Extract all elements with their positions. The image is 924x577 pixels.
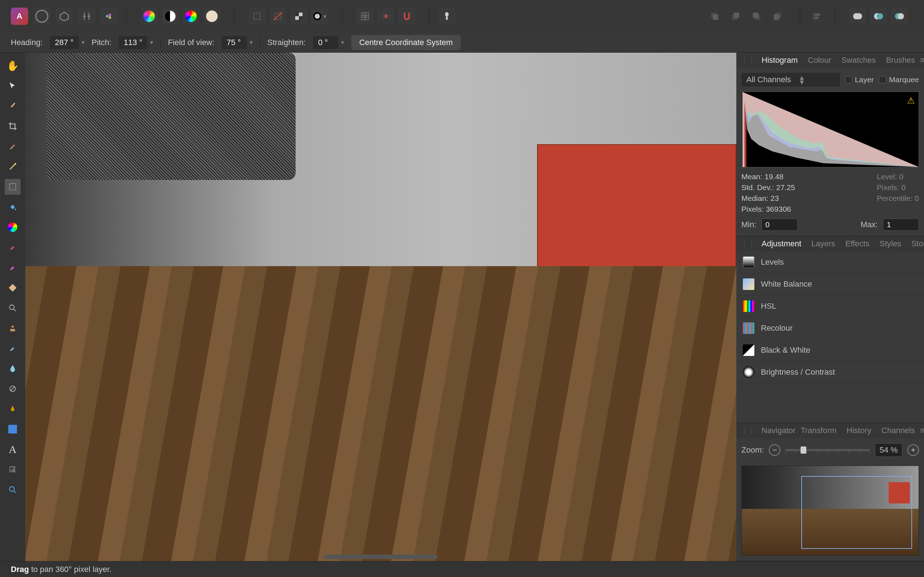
quickmask-icon[interactable]: ▾ — [311, 8, 328, 25]
pixel-grid-icon[interactable] — [377, 8, 394, 25]
horizontal-scrollbar[interactable] — [324, 554, 438, 559]
boolean-subtract-icon[interactable] — [870, 8, 887, 25]
persona-tonemap-icon[interactable] — [100, 8, 118, 25]
channel-select[interactable]: All Channels ▴▾ — [741, 73, 840, 87]
svg-point-31 — [15, 163, 16, 164]
straighten-dropdown[interactable]: 0 ° ▾ — [313, 36, 344, 49]
mesh-warp-icon[interactable] — [5, 462, 21, 477]
heading-dropdown[interactable]: 287 ° ▾ — [50, 36, 84, 49]
adjustment-icon-3[interactable] — [182, 8, 200, 25]
arrange-back-icon[interactable] — [706, 8, 723, 25]
flood-fill-icon[interactable] — [5, 199, 21, 215]
tab-styles[interactable]: Styles — [880, 239, 901, 248]
fov-dropdown[interactable]: 75 ° ▾ — [221, 36, 253, 49]
hand-tool-icon[interactable]: ✋ — [5, 58, 21, 74]
zoom-slider[interactable] — [785, 449, 869, 451]
tab-layers[interactable]: Layers — [811, 239, 835, 248]
heading-label: Heading: — [11, 38, 43, 47]
panel-menu-icon[interactable]: ≡ — [920, 56, 924, 65]
zoom-value[interactable]: 54 % — [875, 443, 902, 457]
warning-icon: ⚠ — [907, 95, 915, 106]
grip-icon[interactable]: ⋮⋮ — [741, 427, 754, 435]
clone-brush-icon[interactable] — [5, 320, 21, 336]
marquee-checkbox[interactable]: Marquee — [879, 76, 919, 84]
adjustment-levels[interactable]: Levels — [736, 251, 924, 273]
text-tool-icon[interactable]: A — [5, 442, 21, 457]
navigator-viewport[interactable] — [801, 476, 912, 549]
hsl-icon — [743, 300, 754, 312]
centre-coord-button[interactable]: Centre Coordinate System — [351, 35, 460, 50]
zoom-out-button[interactable]: − — [769, 444, 780, 456]
svg-point-30 — [898, 13, 904, 19]
adjustment-icon-4[interactable] — [203, 8, 221, 25]
selection-deselect-icon[interactable] — [269, 8, 287, 25]
pen-tool-icon[interactable] — [5, 401, 21, 417]
selection-brush-icon[interactable] — [5, 139, 21, 154]
tab-colour[interactable]: Colour — [808, 56, 831, 65]
magic-wand-icon[interactable] — [5, 159, 21, 174]
stat-pixels2: Pixels: 0 — [877, 183, 919, 192]
selection-invert-icon[interactable] — [290, 8, 307, 25]
persona-develop-icon[interactable] — [78, 8, 95, 25]
tab-navigator[interactable]: Navigator — [762, 426, 795, 435]
tab-histogram[interactable]: Histogram — [762, 56, 798, 65]
svg-rect-37 — [10, 329, 15, 331]
pitch-dropdown[interactable]: 113 ° ▾ — [119, 36, 153, 49]
paintbrush-icon[interactable] — [5, 239, 21, 255]
tab-transform[interactable]: Transform — [801, 426, 836, 435]
adjustment-icon-1[interactable] — [141, 8, 158, 25]
grip-icon[interactable]: ⋮⋮ — [741, 240, 754, 248]
layer-checkbox[interactable]: Layer — [845, 76, 874, 84]
panel-menu-icon[interactable]: ≡ — [920, 426, 924, 435]
gradient-tool-icon[interactable] — [5, 219, 21, 235]
adjustment-white-balance[interactable]: White Balance — [736, 273, 924, 295]
grid-icon[interactable] — [356, 8, 373, 25]
persona-photo-icon[interactable] — [33, 8, 50, 25]
align-icon[interactable] — [809, 8, 826, 25]
tab-swatches[interactable]: Swatches — [842, 56, 876, 65]
min-input[interactable] — [762, 219, 798, 231]
adjustment-black-white[interactable]: Black & White — [736, 339, 924, 361]
arrange-front-icon[interactable] — [769, 8, 786, 25]
navigator-preview[interactable] — [741, 466, 919, 556]
tab-adjustment[interactable]: Adjustment — [762, 239, 801, 248]
blur-tool-icon[interactable] — [5, 361, 21, 377]
arrange-forward-icon[interactable] — [748, 8, 765, 25]
colour-picker-icon[interactable] — [5, 98, 21, 114]
context-bar: Heading: 287 ° ▾ Pitch: 113 ° ▾ Field of… — [0, 32, 924, 53]
zoom-label: Zoom: — [741, 445, 764, 455]
snapping-icon[interactable] — [398, 8, 415, 25]
rectangle-tool-icon[interactable] — [5, 421, 21, 437]
boolean-intersect-icon[interactable] — [891, 8, 908, 25]
canvas[interactable] — [25, 53, 736, 561]
adjustment-recolour[interactable]: Recolour — [736, 318, 924, 339]
tab-effects[interactable]: Effects — [845, 239, 869, 248]
tab-history[interactable]: History — [847, 426, 871, 435]
adjustment-brightness-contrast[interactable]: Brightness / Contrast — [736, 361, 924, 384]
histogram-graph[interactable]: ⚠ — [741, 92, 919, 167]
persona-liquify-icon[interactable] — [56, 8, 73, 25]
grip-icon[interactable]: ⋮⋮ — [741, 56, 754, 64]
tab-channels[interactable]: Channels — [881, 426, 915, 435]
svg-point-26 — [856, 13, 862, 19]
pixel-tool-icon[interactable] — [5, 280, 21, 296]
zoom-in-button[interactable]: + — [908, 444, 919, 456]
heal-brush-icon[interactable] — [5, 340, 21, 356]
max-input[interactable] — [883, 219, 919, 231]
stat-percentile: Percentile: 0 — [877, 194, 919, 203]
adjustment-hsl[interactable]: HSL — [736, 295, 924, 318]
erase-brush-icon[interactable] — [5, 259, 21, 276]
tab-stock[interactable]: Stock — [911, 239, 924, 248]
adjustment-icon-2[interactable] — [162, 8, 179, 25]
assistant-icon[interactable] — [438, 8, 456, 25]
dodge-tool-icon[interactable] — [5, 381, 21, 397]
arrange-backward-icon[interactable] — [727, 8, 744, 25]
boolean-add-icon[interactable] — [849, 8, 866, 25]
tab-brushes[interactable]: Brushes — [886, 56, 915, 65]
zoom-tool-icon[interactable] — [5, 300, 21, 316]
selection-new-icon[interactable] — [248, 8, 266, 25]
view-tool-icon[interactable] — [5, 482, 21, 498]
crop-tool-icon[interactable] — [5, 118, 21, 134]
move-tool-icon[interactable] — [5, 78, 21, 94]
marquee-tool-icon[interactable] — [5, 179, 21, 195]
